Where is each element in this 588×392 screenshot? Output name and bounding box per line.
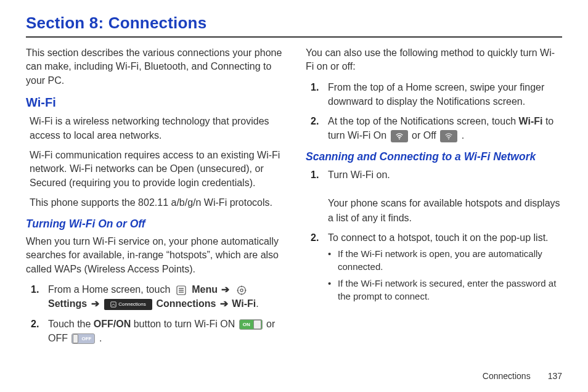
text: From a Home screen, touch: [48, 284, 173, 295]
svg-point-5: [240, 289, 243, 292]
scan-step-2: 2. To connect to a hotspot, touch it on …: [311, 231, 562, 306]
arrow-icon: ➔: [221, 284, 229, 295]
quick-intro: You can also use the following method to…: [306, 46, 562, 74]
text: .: [256, 298, 258, 309]
section-heading: Section 8: Connections: [26, 14, 562, 33]
wifi-label: Wi-Fi: [232, 298, 256, 309]
step-number: 1.: [311, 168, 322, 225]
turning-steps: 1. From a Home screen, touch Menu ➔ Sett…: [31, 282, 282, 345]
text: button to turn Wi-Fi ON: [131, 319, 237, 329]
step-number: 1.: [31, 282, 42, 311]
svg-point-4: [237, 286, 245, 294]
text: At the top of the Notifications screen, …: [328, 116, 519, 126]
turning-intro: When you turn Wi-Fi service on, your pho…: [26, 235, 282, 276]
step-number: 2.: [311, 231, 322, 306]
left-column: This section describes the various conne…: [26, 46, 282, 351]
step-body: Touch the OFF/ON button to turn Wi-Fi ON…: [48, 317, 282, 345]
menu-label: Menu: [192, 284, 218, 295]
text: Your phone scans for available hotspots …: [328, 198, 560, 223]
quick-steps: 1. From the top of a Home screen, swipe …: [311, 80, 562, 143]
right-column: You can also use the following method to…: [306, 46, 562, 351]
intro-paragraph: This section describes the various conne…: [26, 46, 282, 88]
page-footer: Connections 137: [483, 371, 562, 381]
scan-bullets: •If the Wi-Fi network is open, you are a…: [328, 247, 562, 303]
text: If the Wi-Fi network is secured, enter t…: [338, 277, 562, 303]
turning-heading: Turning Wi-Fi On or Off: [26, 216, 282, 232]
bullet-icon: •: [328, 277, 333, 303]
connections-icon-label: Connections: [118, 301, 145, 308]
step-body: From a Home screen, touch Menu ➔ Setting…: [48, 282, 282, 311]
wifi-p2: Wi-Fi communication requires access to a…: [30, 149, 282, 190]
toggle-on-icon: ON: [239, 319, 263, 330]
quick-step-2: 2. At the top of the Notifications scree…: [311, 114, 562, 142]
scanning-heading: Scanning and Connecting to a Wi-Fi Netwo…: [306, 149, 562, 165]
connections-label: Connections: [156, 298, 216, 309]
text: .: [99, 333, 102, 343]
content-columns: This section describes the various conne…: [26, 46, 562, 351]
connections-icon: Connections: [104, 299, 152, 310]
wifi-p3: This phone supports the 802.11 a/b/g/n W…: [30, 196, 282, 210]
step-body: Turn Wi-Fi on. Your phone scans for avai…: [328, 168, 562, 225]
turning-step-1: 1. From a Home screen, touch Menu ➔ Sett…: [31, 282, 282, 311]
step-number: 2.: [311, 114, 322, 142]
text: Turn Wi-Fi on.: [328, 169, 390, 180]
wifi-label: Wi-Fi: [519, 116, 543, 126]
toggle-knob: [253, 320, 261, 329]
text: .: [462, 130, 464, 141]
footer-chapter: Connections: [483, 371, 531, 381]
text: or Off: [412, 130, 439, 141]
toggle-off-label: OFF: [78, 335, 94, 343]
menu-icon: [174, 285, 188, 295]
wifi-on-icon: [391, 130, 408, 142]
manual-page: Section 8: Connections This section desc…: [0, 0, 588, 392]
toggle-on-label: ON: [240, 321, 253, 329]
step-body: From the top of a Home screen, swipe you…: [328, 80, 562, 108]
wifi-heading: Wi-Fi: [26, 94, 282, 111]
heading-rule: [26, 36, 562, 38]
svg-point-11: [399, 139, 400, 140]
scan-step-1: 1. Turn Wi-Fi on. Your phone scans for a…: [311, 168, 562, 225]
bullet-icon: •: [328, 247, 333, 273]
offon-label: OFF/ON: [94, 319, 131, 329]
step-body: To connect to a hotspot, touch it on the…: [328, 231, 562, 306]
wifi-off-icon: [440, 130, 457, 142]
scanning-steps: 1. Turn Wi-Fi on. Your phone scans for a…: [311, 168, 562, 306]
arrow-icon: ➔: [220, 298, 228, 309]
toggle-knob: [73, 334, 78, 343]
text: Touch the: [48, 319, 94, 329]
text: If the Wi-Fi network is open, you are au…: [338, 247, 562, 273]
wifi-p1: Wi-Fi is a wireless networking technolog…: [30, 115, 282, 142]
toggle-off-icon: OFF: [71, 333, 95, 344]
arrow-icon: ➔: [91, 298, 99, 309]
settings-label: Settings: [48, 298, 87, 309]
step-body: At the top of the Notifications screen, …: [328, 114, 562, 142]
list-item: •If the Wi-Fi network is secured, enter …: [328, 277, 562, 303]
svg-rect-10: [111, 302, 116, 307]
wifi-body: Wi-Fi is a wireless networking technolog…: [30, 115, 282, 210]
turning-step-2: 2. Touch the OFF/ON button to turn Wi-Fi…: [31, 317, 282, 345]
quick-step-1: 1. From the top of a Home screen, swipe …: [311, 80, 562, 108]
settings-icon: [235, 285, 248, 295]
text: To connect to a hotspot, touch it on the…: [328, 232, 549, 243]
svg-point-12: [448, 139, 449, 140]
step-number: 2.: [31, 317, 42, 345]
step-number: 1.: [311, 80, 322, 108]
footer-page-number: 137: [548, 371, 562, 381]
list-item: •If the Wi-Fi network is open, you are a…: [328, 247, 562, 273]
